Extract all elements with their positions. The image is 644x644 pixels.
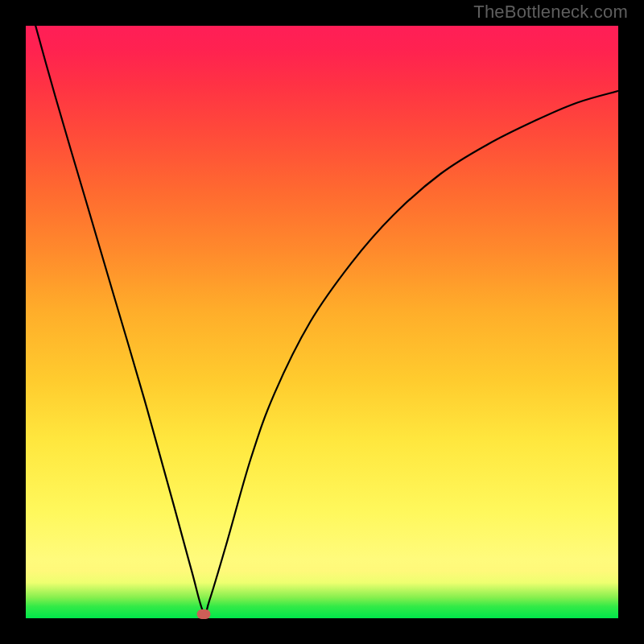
chart-frame: TheBottleneck.com xyxy=(0,0,644,644)
plot-area xyxy=(26,26,618,618)
watermark-text: TheBottleneck.com xyxy=(473,2,628,23)
bottleneck-curve xyxy=(26,26,618,618)
optimal-marker xyxy=(196,609,210,619)
